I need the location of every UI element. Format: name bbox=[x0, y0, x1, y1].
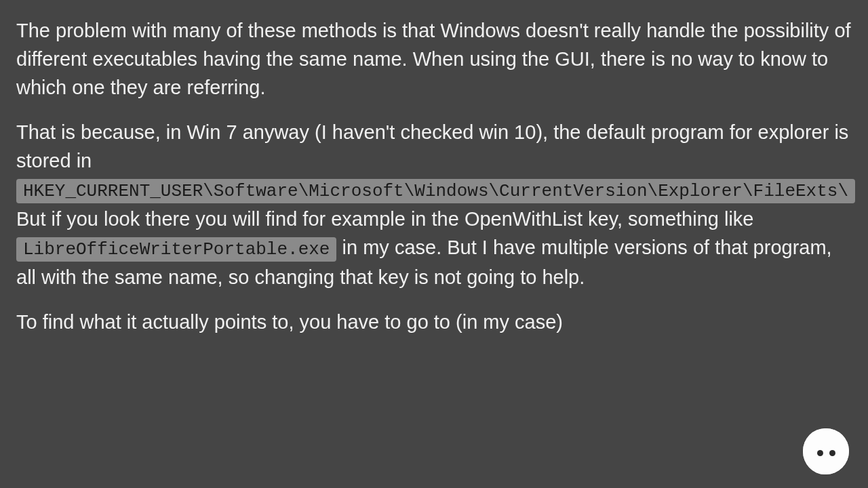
exe-name-code: LibreOfficeWriterPortable.exe bbox=[16, 237, 336, 262]
avatar-eye-left bbox=[817, 450, 823, 456]
p2-text-a: That is because, in Win 7 anyway (I have… bbox=[16, 121, 848, 171]
avatar-eye-right bbox=[829, 450, 835, 456]
p2-text-b: But if you look there you will find for … bbox=[16, 208, 754, 230]
avatar-icon bbox=[803, 428, 849, 474]
registry-path-code: HKEY_CURRENT_USER\Software\Microsoft\Win… bbox=[16, 179, 855, 203]
paragraph-3: To find what it actually points to, you … bbox=[16, 308, 852, 336]
paragraph-2: That is because, in Win 7 anyway (I have… bbox=[16, 118, 852, 291]
paragraph-1: The problem with many of these methods i… bbox=[16, 16, 852, 102]
